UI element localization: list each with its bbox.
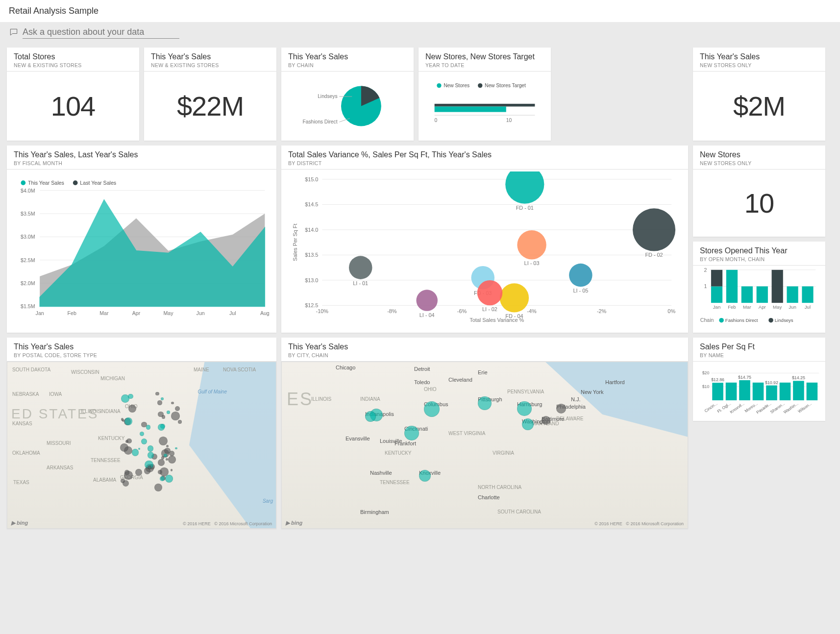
svg-text:$12.5: $12.5 [305,302,318,308]
svg-text:$3.5M: $3.5M [21,211,35,217]
tile-title: New Stores, New Stores Target [425,52,544,61]
legend-new-stores: New Stores [444,83,469,88]
svg-text:Jun: Jun [197,310,205,316]
svg-text:$2.5M: $2.5M [21,257,35,263]
svg-text:Mar: Mar [743,304,751,310]
svg-text:Mar: Mar [99,310,109,316]
svg-text:Apr: Apr [132,310,141,316]
tile-title: Sales Per Sq Ft [700,342,818,351]
svg-text:May: May [164,310,174,316]
svg-point-4 [478,83,482,88]
tile-total-stores[interactable]: Total Stores NEW & EXISTING STORES 104 [7,48,139,141]
svg-rect-79 [741,286,753,303]
xtick-10: 10 [506,118,512,123]
tile-title: This Year's Sales [288,342,681,351]
tile-subtitle: BY POSTAL CODE, STORE TYPE [14,352,270,358]
tile-subtitle: NEW & EXISTING STORES [14,62,132,68]
qna-input[interactable] [23,26,179,39]
tile-subtitle: BY NAME [700,352,818,358]
svg-text:LI - 03: LI - 03 [524,260,540,266]
tile-stores-opened[interactable]: Stores Opened This Year BY OPEN MONTH, C… [693,242,825,333]
svg-text:LI - 05: LI - 05 [573,288,588,293]
svg-rect-5 [435,104,535,107]
svg-text:Jun: Jun [789,304,796,310]
tile-sales-new-stores[interactable]: This Year's Sales NEW STORES ONLY $2M [693,48,825,141]
svg-text:Cincin...: Cincin... [703,401,718,413]
tile-new-stores-kpi[interactable]: New Stores NEW STORES ONLY 10 [693,146,825,237]
svg-point-60 [349,256,372,279]
svg-text:FD - 01: FD - 01 [516,205,534,211]
tile-title: Total Sales Variance %, Sales Per Sq Ft,… [288,150,681,159]
svg-text:$10: $10 [702,384,710,389]
tile-subtitle: BY FISCAL MONTH [14,160,270,166]
chat-icon [9,27,19,37]
svg-point-58 [500,283,529,312]
tile-title: This Year's Sales [288,52,407,61]
tile-subtitle: BY CHAIN [288,62,407,68]
tile-title: This Year's Sales, Last Year's Sales [14,150,270,159]
svg-rect-77 [726,270,738,303]
svg-point-10 [73,180,78,185]
svg-point-66 [416,290,438,311]
tile-sales-new-existing[interactable]: This Year's Sales NEW & EXISTING STORES … [144,48,276,141]
tile-monthly-sales[interactable]: This Year's Sales, Last Year's Sales BY … [7,146,276,333]
svg-text:-4%: -4% [527,308,537,314]
svg-text:Apr: Apr [759,304,766,310]
pie-label-fashions: Fashions Direct [303,119,338,124]
pie-label-lindseys: Lindseys [318,94,337,99]
svg-text:$4.0M: $4.0M [21,188,35,194]
svg-text:$1.5M: $1.5M [21,303,35,309]
legend-target: New Stores Target [485,83,526,88]
kpi-sales-new: $2M [733,90,785,122]
svg-text:Sales Per Sq Ft: Sales Per Sq Ft [292,224,298,261]
map-visual[interactable]: ESILLINOISINDIANAOHIOWEST VIRGINIAVIRGIN… [281,362,688,529]
svg-text:$2.0M: $2.0M [21,280,35,286]
tile-subtitle: NEW STORES ONLY [700,62,818,68]
svg-text:Chain: Chain [700,317,714,323]
svg-rect-81 [757,286,768,303]
blank-spacer [556,48,688,141]
qna-bar [0,22,840,44]
tile-new-stores-target[interactable]: New Stores, New Stores Target YEAR TO DA… [419,48,551,141]
tile-sales-by-chain[interactable]: This Year's Sales BY CHAIN Lindseys Fash… [281,48,414,141]
tile-map-postal[interactable]: This Year's Sales BY POSTAL CODE, STORE … [7,338,276,529]
svg-text:Jan: Jan [713,304,721,310]
svg-point-90 [719,318,724,323]
svg-rect-103 [739,380,750,400]
kpi-total-stores: 104 [51,90,95,122]
scatter-chart: $12.5$13.0$13.5$14.0$14.5$15.0-10%-8%-6%… [288,171,681,328]
svg-text:Jul: Jul [229,310,236,316]
svg-text:Knoxvil...: Knoxvil... [729,401,745,415]
map-visual[interactable]: ED STATESGulf of MaineSargSOUTH DAKOTANE… [7,362,276,529]
svg-rect-74 [711,286,722,303]
svg-text:Jan: Jan [36,310,44,316]
svg-text:Feb: Feb [728,304,736,310]
svg-text:$14.75: $14.75 [738,375,751,380]
tile-subtitle: BY OPEN MONTH, CHAIN [700,256,818,262]
tile-map-city[interactable]: This Year's Sales BY CITY, CHAIN ESILLIN… [281,338,688,529]
svg-text:This Year Sales: This Year Sales [28,180,64,186]
page-title: Retail Analysis Sample [0,0,840,22]
svg-text:Jul: Jul [805,304,811,310]
xtick-0: 0 [435,118,438,123]
svg-text:LI - 02: LI - 02 [482,306,497,312]
svg-text:2: 2 [704,267,707,273]
svg-text:-10%: -10% [316,308,329,314]
tile-subtitle: BY CITY, CHAIN [288,352,681,358]
svg-text:$14.0: $14.0 [305,227,318,233]
svg-text:$13.5: $13.5 [305,252,318,258]
svg-text:-8%: -8% [387,308,397,314]
svg-text:$14.25: $14.25 [792,375,805,380]
svg-point-8 [21,180,26,185]
tile-sales-sqft[interactable]: Sales Per Sq Ft BY NAME $10$20$12.86Cinc… [693,338,825,421]
svg-text:Pasade...: Pasade... [755,401,772,415]
svg-point-64 [517,230,546,259]
tile-variance-scatter[interactable]: Total Sales Variance %, Sales Per Sq Ft,… [281,146,688,333]
svg-rect-116 [807,383,818,400]
svg-rect-98 [712,383,723,400]
svg-text:Fashions Direct: Fashions Direct [725,317,758,323]
svg-text:$20: $20 [702,370,710,375]
tile-title: Stores Opened This Year [700,246,818,255]
svg-text:$10.92: $10.92 [765,380,778,385]
svg-point-62 [477,280,502,305]
